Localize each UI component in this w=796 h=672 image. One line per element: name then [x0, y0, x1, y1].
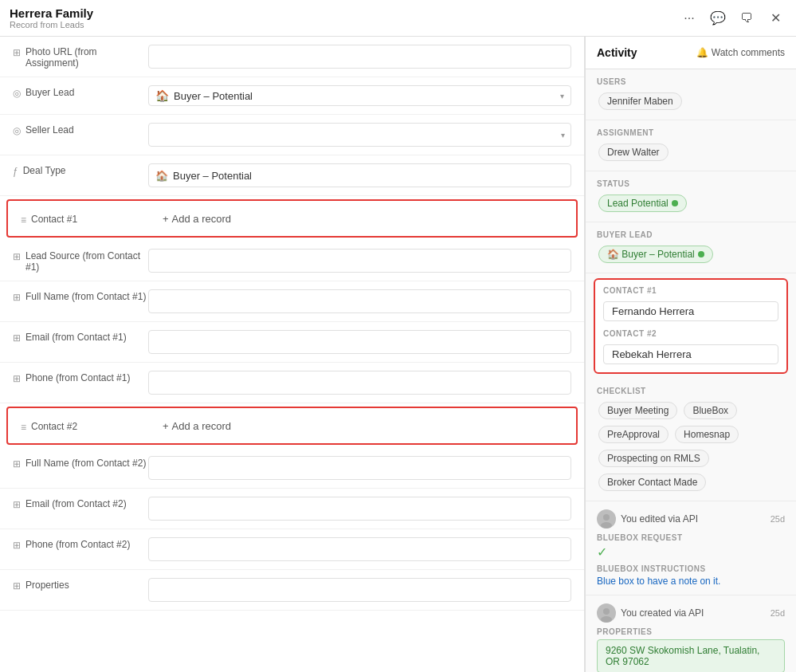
email-2-icon: ⊞ — [13, 499, 21, 510]
buyer-lead-tag[interactable]: 🏠 Buyer – Potential ▾ — [148, 85, 571, 106]
bluebox-instructions-section: BLUEBOX INSTRUCTIONS Blue box to have a … — [597, 564, 785, 587]
email-1-icon: ⊞ — [13, 332, 21, 344]
contact-2-icon: ≡ — [21, 422, 26, 433]
deal-type-icon: ƒ — [13, 166, 18, 177]
buyer-lead-row: ◎ Buyer Lead 🏠 Buyer – Potential ▾ — [0, 77, 584, 115]
activity-panel: Activity 🔔 Watch comments USERS Jennifer… — [585, 37, 796, 672]
bluebox-instructions-value: Blue box to have a note on it. — [597, 576, 785, 587]
contact-1-icon: ≡ — [21, 214, 26, 226]
contact-2-label: ≡ Contact #2 — [21, 419, 156, 433]
photo-url-input[interactable] — [148, 45, 571, 69]
bell-icon: 🔔 — [696, 47, 708, 58]
assignment-tag: Drew Walter — [598, 143, 669, 161]
email-2-input[interactable] — [148, 497, 571, 521]
users-label: USERS — [597, 77, 785, 86]
full-name-2-input[interactable] — [148, 456, 571, 480]
comment-button[interactable]: 🗨 — [735, 7, 758, 29]
phone-2-icon: ⊞ — [13, 540, 21, 551]
phone-1-input[interactable] — [148, 371, 571, 395]
buyer-lead-activity-value: 🏠 Buyer – Potential — [607, 249, 695, 260]
ellipsis-button[interactable]: ··· — [678, 7, 700, 29]
status-dot — [672, 200, 678, 206]
phone-1-value — [148, 371, 571, 395]
buyer-lead-activity-section: BUYER LEAD 🏠 Buyer – Potential — [586, 222, 796, 273]
full-name-1-input[interactable] — [148, 289, 571, 313]
bluebox-request-check: ✓ — [597, 544, 785, 560]
buyer-lead-activity-tag: 🏠 Buyer – Potential — [598, 246, 713, 263]
svg-point-1 — [601, 522, 612, 529]
svg-point-0 — [603, 514, 610, 521]
phone-2-input[interactable] — [148, 537, 571, 561]
phone-1-icon: ⊞ — [13, 373, 21, 384]
properties-value — [148, 578, 571, 602]
deal-type-label: ƒ Deal Type — [13, 163, 148, 177]
buyer-lead-emoji: 🏠 — [155, 89, 169, 102]
full-name-2-value — [148, 456, 571, 480]
buyer-lead-value[interactable]: 🏠 Buyer – Potential ▾ — [148, 85, 571, 106]
seller-lead-select[interactable] — [148, 123, 571, 147]
header-left: Herrera Family Record from Leads — [10, 6, 93, 29]
seller-lead-value: ▾ — [148, 123, 571, 147]
buyer-lead-dropdown-arrow: ▾ — [560, 92, 564, 100]
main-layout: ⊞ Photo URL (from Assignment) ◎ Buyer Le… — [0, 37, 796, 672]
lead-source-input[interactable] — [148, 249, 571, 273]
checklist-tags: Buyer Meeting BlueBox PreApproval Homesn… — [597, 400, 785, 493]
assignment-section: ASSIGNMENT Drew Walter — [586, 120, 796, 171]
buyer-lead-activity-label: BUYER LEAD — [597, 230, 785, 239]
checklist-broker-contact: Broker Contact Made — [598, 474, 706, 491]
chat-button[interactable]: 💬 — [707, 7, 729, 29]
phone-1-row: ⊞ Phone (from Contact #1) — [0, 363, 584, 403]
checklist-section: CHECKLIST Buyer Meeting BlueBox PreAppro… — [586, 379, 796, 501]
activity-1-meta: You edited via API 25d — [597, 509, 785, 529]
left-panel: ⊞ Photo URL (from Assignment) ◎ Buyer Le… — [0, 37, 585, 672]
activity-1-avatar — [597, 509, 616, 529]
email-1-value — [148, 330, 571, 354]
deal-type-text: Buyer – Potential — [173, 170, 252, 182]
full-name-1-row: ⊞ Full Name (from Contact #1) — [0, 281, 584, 322]
phone-2-label: ⊞ Phone (from Contact #2) — [13, 537, 148, 551]
properties-row: ⊞ Properties — [0, 570, 584, 611]
record-subtitle: Record from Leads — [10, 20, 93, 29]
contact2-name: Rebekah Herrera — [612, 348, 692, 360]
deal-type-emoji: 🏠 — [155, 170, 168, 182]
watch-button[interactable]: 🔔 Watch comments — [696, 47, 785, 58]
properties-input[interactable] — [148, 578, 571, 602]
properties-icon: ⊞ — [13, 580, 21, 591]
checklist-label: CHECKLIST — [597, 387, 785, 395]
status-section: STATUS Lead Potential — [586, 171, 796, 222]
buyer-lead-text: Buyer – Potential — [174, 90, 253, 102]
contact1-name-tag: Fernando Herrera — [603, 301, 778, 321]
record-title: Herrera Family — [10, 6, 93, 20]
contact-1-add-button[interactable]: + Add a record — [156, 210, 237, 228]
status-value: Lead Potential — [607, 198, 669, 209]
full-name-1-icon: ⊞ — [13, 292, 21, 303]
add-icon: + — [163, 213, 169, 225]
full-name-2-icon: ⊞ — [13, 458, 21, 470]
activity-1-time: 25d — [771, 514, 785, 524]
contact-1-highlighted: ≡ Contact #1 + Add a record — [6, 199, 578, 238]
deal-type-value: 🏠 Buyer – Potential — [148, 163, 571, 187]
activity-2-avatar — [597, 603, 616, 623]
contact-1-label: ≡ Contact #1 — [21, 212, 156, 226]
phone-2-row: ⊞ Phone (from Contact #2) — [0, 529, 584, 570]
photo-url-label: ⊞ Photo URL (from Assignment) — [13, 45, 148, 69]
close-button[interactable]: ✕ — [764, 7, 786, 29]
deal-type-display: 🏠 Buyer – Potential — [148, 163, 571, 187]
svg-point-2 — [603, 608, 610, 615]
phone-2-value — [148, 537, 571, 561]
full-name-1-label: ⊞ Full Name (from Contact #1) — [13, 289, 148, 303]
contact-2-highlighted: ≡ Contact #2 + Add a record — [6, 407, 578, 445]
lead-source-label: ⊞ Lead Source (from Contact #1) — [13, 249, 148, 273]
email-2-row: ⊞ Email (from Contact #2) — [0, 489, 584, 529]
activity-2-time: 25d — [771, 608, 785, 618]
full-name-2-label: ⊞ Full Name (from Contact #2) — [13, 456, 148, 470]
email-2-value — [148, 497, 571, 521]
contact-2-add-button[interactable]: + Add a record — [156, 417, 237, 435]
activity-entry-2: You created via API 25d PROPERTIES 9260 … — [586, 595, 796, 672]
email-1-input[interactable] — [148, 330, 571, 354]
seller-lead-label: ◎ Seller Lead — [13, 123, 148, 136]
buyer-lead-icon: ◎ — [13, 88, 21, 99]
lead-source-value — [148, 249, 571, 273]
email-1-label: ⊞ Email (from Contact #1) — [13, 330, 148, 344]
activity-1-text: You edited via API — [621, 513, 698, 525]
